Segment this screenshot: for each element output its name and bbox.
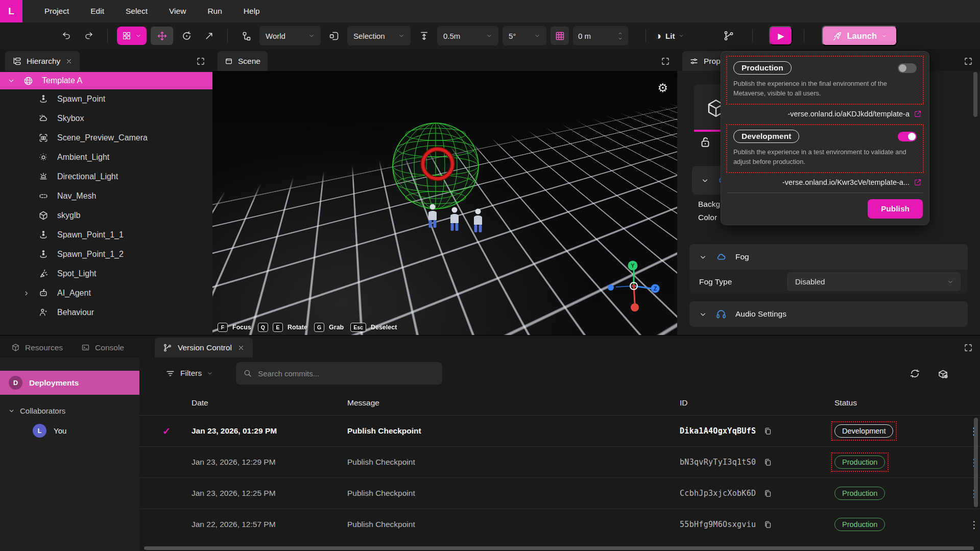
hierarchy-item-directional-light[interactable]: Directional_Light [0,167,212,186]
hierarchy-item-spawn-point[interactable]: Spawn_Point [0,89,212,109]
hierarchy-item-skyglb[interactable]: skyglb [0,206,212,225]
search-commits-input[interactable] [258,369,435,378]
copy-icon[interactable] [763,489,772,498]
chevron-down-icon[interactable] [8,77,15,84]
transform-space-button[interactable] [237,27,255,45]
redo-button[interactable] [80,27,98,45]
table-horizontal-scrollbar[interactable] [144,546,974,550]
tab-hierarchy[interactable]: Hierarchy [5,51,80,71]
chevron-down-icon[interactable] [8,408,15,414]
external-link-icon[interactable] [914,178,922,186]
version-control-button[interactable] [720,27,738,45]
development-toggle[interactable] [898,132,917,141]
cell-date: Jan 23, 2026, 12:25 PM [192,489,347,498]
external-link-icon[interactable] [914,110,922,118]
table-row[interactable]: Jan 23, 2026, 12:29 PM Publish Checkpoin… [139,446,980,477]
move-tool-button[interactable] [151,27,173,45]
publish-button[interactable]: Publish [868,199,923,219]
tab-version-control-label: Version Control [178,343,232,352]
scale-tool-button[interactable] [200,27,218,45]
branch-icon [163,343,172,352]
production-toggle[interactable] [898,63,917,73]
chevron-down-icon[interactable] [699,310,707,318]
menu-edit[interactable]: Edit [80,7,115,16]
copy-icon[interactable] [763,427,772,436]
expand-icon[interactable] [661,57,670,66]
play-button[interactable]: ▶ [769,26,793,45]
fog-section-header[interactable]: Fog [689,244,968,270]
expand-icon[interactable] [964,57,973,66]
table-row[interactable]: ✓ Jan 23, 2026, 01:29 PM Publish Checkpo… [139,415,980,446]
tab-resources[interactable]: Resources [4,338,70,357]
wireframe-sphere[interactable] [393,123,479,209]
audio-settings-header[interactable]: Audio Settings [689,301,968,327]
development-link[interactable]: -verse.onland.io/Kwr3cVe/template-a... [726,178,922,186]
snap-ground-button[interactable] [415,27,433,45]
hierarchy-item-nav-mesh[interactable]: Nav_Mesh [0,186,212,206]
collaborator-you[interactable]: L You [0,424,139,438]
expand-icon[interactable] [196,57,205,66]
tab-version-control[interactable]: Version Control [155,338,253,357]
hierarchy-item-spawn-point-1-2[interactable]: Spawn_Point_1_2 [0,245,212,264]
sync-icon[interactable] [910,368,920,379]
viewport-settings-gear-icon[interactable]: ⚙ [657,81,668,95]
fog-type-row: Fog Type Disabled [689,270,968,294]
root-label: Template A [42,76,82,85]
menu-run[interactable]: Run [197,7,232,16]
transform-gizmo[interactable]: Y Z [608,261,660,312]
table-row[interactable]: Jan 22, 2026, 12:57 PM Publish Checkpoin… [139,509,980,540]
hierarchy-root-template-a[interactable]: Template A [0,72,212,89]
grid-size-select[interactable]: 0.5m [437,26,498,45]
expand-icon[interactable] [964,343,973,352]
hierarchy-icon [12,57,21,66]
selection-select[interactable]: Selection [347,26,411,45]
collaborators-header[interactable]: Collaborators [0,406,139,415]
hierarchy-item-ai-agent[interactable]: AI_Agent [0,283,212,303]
table-vertical-scrollbar[interactable] [974,418,978,507]
close-icon[interactable] [237,344,245,351]
table-row[interactable]: Jan 23, 2026, 12:25 PM Publish Checkpoin… [139,477,980,509]
stepper-arrows[interactable] [617,31,623,41]
chevron-down-icon[interactable] [701,177,709,184]
world-select[interactable]: World [259,26,321,45]
menu-project[interactable]: Project [34,7,80,16]
layout-grid-button[interactable] [117,27,147,45]
menu-view[interactable]: View [158,7,197,16]
tab-scene[interactable]: Scene [218,51,268,71]
hierarchy-item-ambient-light[interactable]: Ambient_Light [0,148,212,167]
filters-button[interactable]: Filters [165,369,213,378]
shading-mode-select[interactable]: ◑ Lit [655,30,684,42]
unlock-icon[interactable] [699,135,712,151]
tab-console[interactable]: Console [74,338,131,357]
hierarchy-item-behaviour[interactable]: Behaviour [0,303,212,322]
chevron-down-icon[interactable] [699,253,707,261]
menu-select[interactable]: Select [115,7,158,16]
hierarchy-item-spawn-point-1-1[interactable]: Spawn_Point_1_1 [0,225,212,245]
undo-button[interactable] [57,27,76,45]
fog-type-select[interactable]: Disabled [787,272,961,291]
production-link[interactable]: -verse.onland.io/aKDJkdd/template-a [726,110,922,118]
kebab-menu-icon[interactable]: ⋮ [945,519,979,531]
properties-scrollbar[interactable] [973,72,977,117]
layout-grid-icon [122,31,131,40]
grid-toggle-button[interactable] [551,27,569,45]
close-icon[interactable] [65,58,73,65]
height-stepper[interactable]: 0 m [573,26,628,45]
hierarchy-item-scene-preview-camera[interactable]: Scene_Preview_Camera [0,128,212,148]
scene-viewport[interactable]: Y Z ⚙ F Focus Q E Rotate G Grab Esc Dese… [212,71,677,335]
sidebar-item-deployments[interactable]: D Deployments [0,371,139,395]
hierarchy-item-skybox[interactable]: Skybox [0,109,212,128]
divider [227,29,228,42]
rotation-snap-select[interactable]: 5° [503,26,546,45]
menu-help[interactable]: Help [233,7,271,16]
pivot-mode-button[interactable] [325,27,343,45]
launch-button[interactable]: Launch [822,26,897,46]
hint-focus: Focus [232,324,251,331]
copy-icon[interactable] [763,458,772,467]
deployment-settings-icon[interactable] [938,368,948,379]
copy-icon[interactable] [763,520,772,529]
hierarchy-item-spot-light[interactable]: Spot_Light [0,264,212,283]
fog-title: Fog [735,252,749,261]
rotate-tool-button[interactable] [177,27,196,45]
chevron-right-icon[interactable] [23,290,30,297]
